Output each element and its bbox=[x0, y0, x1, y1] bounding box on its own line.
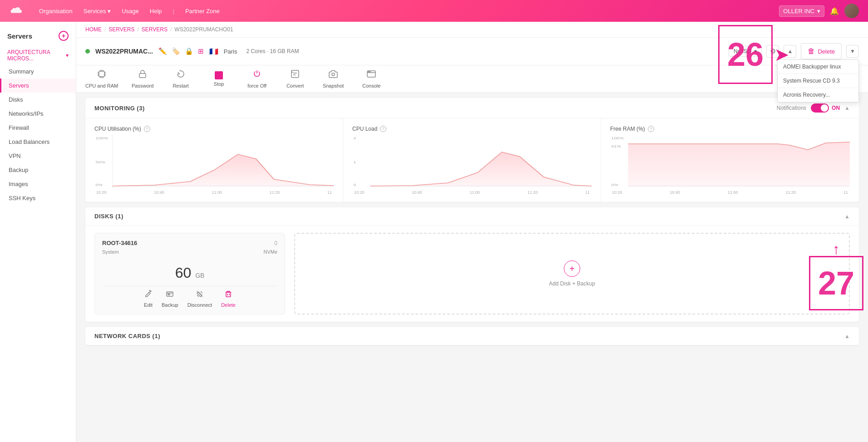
disk-interface: NVMe bbox=[263, 249, 277, 255]
server-name: WS2022PRUMAC... bbox=[95, 48, 153, 55]
disk-actions: Edit Backup bbox=[102, 286, 277, 308]
disk-card: ROOT-34616 0 System NVMe 60 GB bbox=[94, 233, 285, 314]
monitoring-title: MONITORING (3) bbox=[94, 105, 145, 112]
monitoring-collapse-icon[interactable]: ▲ bbox=[844, 105, 850, 111]
windows-icon[interactable]: ⊞ bbox=[198, 47, 204, 55]
breadcrumb-sep-2: / bbox=[137, 26, 138, 33]
snapshot-icon bbox=[328, 69, 338, 81]
sidebar-item-backup[interactable]: Backup bbox=[0, 163, 76, 177]
bell-icon[interactable]: 🔔 bbox=[830, 7, 839, 15]
nav-help[interactable]: Help bbox=[150, 8, 162, 15]
sidebar-item-networks-ips[interactable]: Networks/IPs bbox=[0, 107, 76, 121]
nav-usage[interactable]: Usage bbox=[122, 8, 139, 15]
nav-right: OLLER INC ▾ 🔔 bbox=[779, 4, 859, 18]
chart-info-icon-0[interactable]: ? bbox=[144, 126, 150, 132]
network-collapse-icon[interactable]: ▲ bbox=[844, 333, 850, 339]
chevron-up-button[interactable]: ▲ bbox=[784, 45, 796, 58]
chart-area-0: 100% 50% 0% bbox=[94, 134, 334, 188]
network-header[interactable]: NETWORK CARDS (1) ▲ bbox=[85, 327, 859, 345]
disk-edit-icon bbox=[144, 290, 153, 300]
breadcrumb-current: WS2022PRUMACHO01 bbox=[174, 26, 233, 33]
disk-disconnect-action[interactable]: Disconnect bbox=[187, 290, 212, 308]
chart-area-1: 2 1 0 bbox=[352, 134, 592, 188]
delete-panel[interactable]: 🗑 Delete bbox=[801, 43, 842, 59]
restart-icon bbox=[176, 69, 186, 81]
breadcrumb-servers-1[interactable]: SERVERS bbox=[108, 26, 134, 33]
disk-delete-action[interactable]: Delete bbox=[221, 290, 236, 308]
sidebar-item-images[interactable]: Images bbox=[0, 177, 76, 191]
toolbar-restart[interactable]: Restart bbox=[167, 69, 194, 88]
sidebar-item-vpn[interactable]: VPN bbox=[0, 149, 76, 163]
svg-rect-14 bbox=[291, 70, 299, 78]
status-dot bbox=[85, 49, 90, 54]
svg-point-21 bbox=[368, 71, 369, 72]
force-off-icon bbox=[252, 69, 262, 81]
monitoring-section: MONITORING (3) Notifications ON ▲ bbox=[85, 98, 859, 202]
svg-point-22 bbox=[370, 71, 370, 72]
convert-icon bbox=[290, 69, 300, 81]
iso-option-3[interactable]: Acronis Recovery... bbox=[778, 88, 858, 102]
delete-icon: 🗑 bbox=[808, 47, 815, 55]
svg-text:0%: 0% bbox=[96, 183, 103, 187]
sidebar-item-load-balancers[interactable]: Load Balancers bbox=[0, 135, 76, 149]
toolbar-console[interactable]: Console bbox=[358, 69, 385, 88]
add-disk-card[interactable]: + Add Disk + Backup bbox=[294, 233, 850, 314]
chevron-down-button[interactable]: ▼ bbox=[846, 45, 859, 58]
toggle-label: ON bbox=[832, 105, 840, 111]
svg-point-18 bbox=[332, 73, 335, 76]
breadcrumb-servers-2[interactable]: SERVERS bbox=[142, 26, 168, 33]
disks-collapse-icon[interactable]: ▲ bbox=[844, 213, 850, 220]
sidebar-item-summary[interactable]: Summary bbox=[0, 64, 76, 79]
svg-text:0%: 0% bbox=[612, 183, 618, 187]
toolbar-force-off[interactable]: force Off bbox=[243, 69, 271, 88]
sidebar-item-ssh-keys[interactable]: SSH Keys bbox=[0, 191, 76, 205]
disks-section: DISKS (1) ▲ ROOT-34616 0 System NVMe 60 … bbox=[85, 207, 859, 322]
delete-label: Delete bbox=[818, 48, 835, 55]
toolbar-password[interactable]: Password bbox=[129, 69, 156, 88]
sidebar-item-servers[interactable]: Servers bbox=[0, 79, 76, 93]
gear-button[interactable]: ⚙ bbox=[766, 45, 779, 58]
toolbar-cpu-ram[interactable]: CPU and RAM bbox=[85, 69, 118, 88]
toolbar-stop[interactable]: Stop bbox=[205, 71, 232, 87]
svg-text:2: 2 bbox=[354, 136, 356, 140]
org-name-sidebar[interactable]: ARQUITECTURA MICROS... ▾ bbox=[0, 46, 76, 64]
chart-info-icon-1[interactable]: ? bbox=[380, 126, 386, 132]
tag-icon[interactable]: 🏷️ bbox=[172, 47, 180, 55]
iso-option-1[interactable]: AOMEI Backupper linux bbox=[778, 60, 858, 74]
server-header: WS2022PRUMAC... ✏️ 🏷️ 🔒 ⊞ 🇫🇷 Paris 2 Cor… bbox=[76, 38, 868, 65]
org-chevron-icon: ▾ bbox=[66, 52, 69, 59]
toggle-track[interactable] bbox=[811, 103, 829, 113]
specs-text: 2 Cores · 16 GB RAM bbox=[246, 48, 299, 54]
monitoring-header[interactable]: MONITORING (3) Notifications ON ▲ bbox=[85, 98, 859, 118]
nav-organisation[interactable]: Organisation bbox=[39, 8, 73, 15]
svg-text:1: 1 bbox=[354, 160, 356, 164]
toggle-switch[interactable]: ON bbox=[811, 103, 840, 113]
avatar[interactable] bbox=[844, 4, 859, 18]
iso-option-2[interactable]: System Rescue CD 9.3 bbox=[778, 74, 858, 88]
disk-edit-action[interactable]: Edit bbox=[144, 290, 153, 308]
nav-services[interactable]: Services bbox=[84, 8, 111, 15]
disks-header[interactable]: DISKS (1) ▲ bbox=[85, 207, 859, 226]
sidebar-add-button[interactable]: + bbox=[59, 31, 69, 41]
network-section: NETWORK CARDS (1) ▲ bbox=[85, 327, 859, 345]
breadcrumb: HOME / SERVERS / SERVERS / WS2022PRUMACH… bbox=[76, 22, 868, 38]
disk-size: 60 GB bbox=[102, 260, 277, 286]
sidebar-item-firewall[interactable]: Firewall bbox=[0, 121, 76, 135]
lock-icon[interactable]: 🔒 bbox=[185, 47, 193, 55]
iso-selector[interactable]: No ISO ▾ bbox=[729, 46, 762, 57]
disk-backup-icon bbox=[166, 290, 174, 300]
edit-icon[interactable]: ✏️ bbox=[158, 47, 167, 55]
toolbar-convert[interactable]: Convert bbox=[281, 69, 309, 88]
chart-info-icon-2[interactable]: ? bbox=[648, 126, 654, 132]
sidebar-header: Servers + bbox=[0, 27, 76, 46]
nav-partner-zone[interactable]: Partner Zone bbox=[185, 8, 220, 15]
org-selector[interactable]: OLLER INC ▾ bbox=[779, 5, 824, 17]
toolbar-snapshot[interactable]: Snapshot bbox=[320, 69, 347, 88]
disk-size-value: 60 bbox=[175, 265, 192, 281]
disk-backup-action[interactable]: Backup bbox=[162, 290, 178, 308]
chart-cpu-load: CPU Load ? 2 1 bbox=[343, 118, 601, 202]
charts-grid: CPU Utilisation (%) ? 100% bbox=[85, 118, 859, 202]
toolbar-restart-label: Restart bbox=[173, 83, 188, 88]
breadcrumb-home[interactable]: HOME bbox=[85, 26, 102, 33]
sidebar-item-disks[interactable]: Disks bbox=[0, 93, 76, 107]
